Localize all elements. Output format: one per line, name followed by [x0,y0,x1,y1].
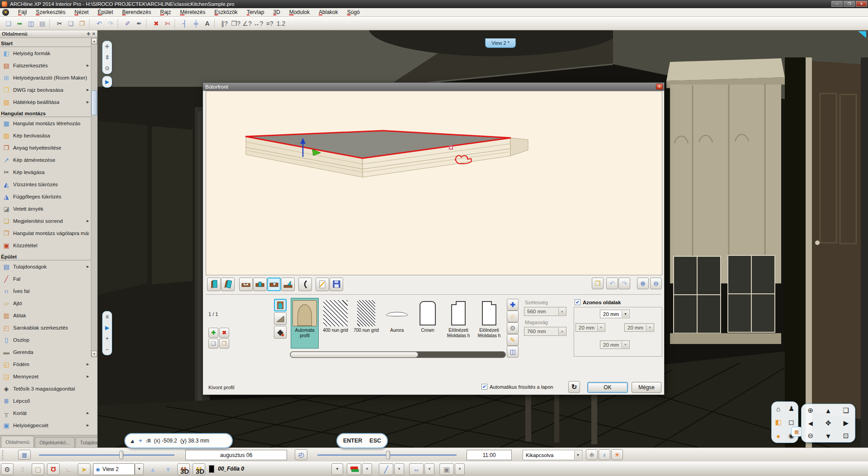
redo-icon[interactable]: ↷ [105,18,116,29]
new-document-icon[interactable]: ❑ [3,18,14,29]
menu-icon[interactable]: ≡ [103,311,112,322]
refresh-button[interactable]: ↻ [568,381,580,393]
edit-pencil-button[interactable]: ✎ [507,334,519,346]
edge-top-combo[interactable]: 20 mm▼ [600,310,630,318]
profile-tile[interactable]: Aurora [383,298,411,349]
drawing-frame-icon[interactable]: ▢ [32,463,44,475]
sidebar-scrollbar[interactable]: ▲ ▼ [91,38,97,357]
nav-zoom-out-icon[interactable]: ⊖ [802,429,819,442]
save-favorite-button[interactable]: ◫ [507,346,519,358]
magnifier-icon[interactable]: ⊙ [103,63,112,74]
nav-zoom-window-icon[interactable]: ⊡ [837,429,855,442]
view-down-icon[interactable]: ▼ [162,463,175,475]
sidebar-tab[interactable]: Objektumkö... [35,437,75,448]
trim-icon[interactable]: ✄ [162,18,173,29]
menu-tervlap[interactable]: Tervlap [242,8,269,16]
ok-button[interactable]: OK [587,382,628,393]
menu-ablakok[interactable]: Ablakok [314,8,343,16]
sidebar-item-kep-levagasa[interactable]: ✂ Kép levágása [0,166,91,178]
archline-logo-icon[interactable]: ✕ [2,9,9,16]
grid-points-icon[interactable]: ⣿ [16,463,29,475]
sidebar-item-lepcso[interactable]: ≣ Lépcső [0,395,91,407]
line-style-icon[interactable]: ╱ [379,463,393,475]
category-door-button[interactable] [274,299,287,311]
nav-pan-right-icon[interactable]: ▶ [837,417,855,429]
scrollbar-thumb[interactable] [91,90,97,115]
sidebar-item-tulajdonsagok[interactable]: ▤ Tulajdonságok ▶ [0,260,91,273]
sidebar-item-anyag-helyettesitese[interactable]: ❐ Anyag helyettesítése [0,141,91,154]
zoom-minus-icon[interactable]: − [103,344,112,355]
sidebar-item-oszlop[interactable]: ▯ Oszlop [0,334,91,346]
measure-sum-icon[interactable]: ≡? [264,18,275,29]
measure-length-icon[interactable]: ∥? [219,18,230,29]
build-3d-icon[interactable]: ⚒3D [177,463,190,475]
sidebar-item-mennyezet[interactable]: ◲ Mennyezet ▶ [0,370,91,382]
sidebar-item-falszerkesztes[interactable]: ▤ Falszerkesztés ▶ [0,59,91,71]
format-brush-icon[interactable]: ✐ [122,18,133,29]
sidebar-item-sarokablak[interactable]: ◰ Sarokablak szerkesztés [0,321,91,334]
play-icon[interactable]: ▶ [103,322,112,333]
sidebar-item-fodem[interactable]: ◱ Födém ▶ [0,358,91,370]
house-view-icon[interactable]: ⌂ [772,402,785,415]
sidebar-item-ablak[interactable]: ▥ Ablak [0,309,91,321]
menu-nezet[interactable]: Nézet [70,8,93,16]
sidebar-item-vizszintes-tukrozes[interactable]: ◭ Vízszintes tükrözés [0,178,91,190]
height-combo[interactable]: 760 mm▼ [524,327,566,336]
save-profile-button[interactable] [330,278,343,291]
shadow-toggle-icon[interactable]: ❉ [586,449,598,460]
settings-gear-icon[interactable]: ⚙ [1,463,14,475]
panel-side-button[interactable] [221,278,235,291]
rebuild-3d-icon[interactable]: ⚒3D [193,463,205,475]
edge-right-combo[interactable]: 20 mm▼ [624,323,654,332]
toolbar-grip[interactable] [2,450,3,460]
maximize-button[interactable]: ❒ [844,1,855,7]
calendar-icon[interactable]: ▦ [18,450,31,460]
scroll-down-icon[interactable]: ▼ [91,351,97,357]
paste-profile-button[interactable]: ❐ [219,339,229,349]
snap-crosshair-icon[interactable]: ⌖ [139,437,142,444]
date-slider[interactable] [39,454,175,456]
profile-groove-v-button[interactable] [267,278,281,291]
undo-icon[interactable]: ↶ [94,18,105,29]
pin-icon[interactable]: ✜ [87,32,90,36]
profile-tile[interactable]: 400 nun grid [321,298,349,349]
esc-button[interactable]: ESC [369,438,381,444]
eraser-dropdown-icon[interactable]: ▼ [362,463,372,475]
wall-clean-icon[interactable]: ╪ [190,18,202,29]
fill-style-dropdown-icon[interactable]: ▼ [455,463,465,475]
clock-icon[interactable]: ◴ [295,449,307,460]
profile-groove-u-button[interactable] [239,278,253,291]
dialog-close-icon[interactable]: ✕ [656,84,663,90]
minimize-button[interactable]: ─ [831,1,843,7]
menu-fajl[interactable]: Fájl [14,8,31,16]
zoom-plus-icon[interactable]: + [103,333,112,344]
profile-raised-button[interactable] [281,278,295,291]
shaded-cube-icon[interactable]: ◧ [772,415,785,429]
profile-tile[interactable]: Elölnézeti féloldalas h [475,298,503,349]
nav-pan-up-icon[interactable]: ▲ [819,404,837,417]
sidebar-tab[interactable]: Oldalmenü [1,436,34,448]
property-picker-icon[interactable]: ✒ [133,18,145,29]
nav-pan-left-icon[interactable]: ◀ [802,417,819,429]
delete-profile-button[interactable]: ✖ [219,328,229,338]
move-text-icon[interactable]: A [202,18,213,29]
axis-icon[interactable]: ∟ [62,463,75,475]
nav-pan-down-icon[interactable]: ▼ [819,429,837,442]
sidebar-item-vetett-arnyek[interactable]: ◪ Vetett árnyék [0,203,91,215]
sidebar-item-dwg-beolvasas[interactable]: ❒ DWG rajz beolvasása ▶ [0,84,91,96]
time-slider[interactable] [317,454,457,456]
enter-button[interactable]: ENTER [343,438,362,444]
measure-angle-icon[interactable]: ∠? [241,18,253,29]
sidebar-item-montazs-masolasa[interactable]: ❐ Hangulat montázs vágólapra másolása [0,227,91,239]
furniture-front-preview[interactable] [206,91,662,275]
active-view-combo[interactable]: ◉ View 2 [93,463,135,475]
sidebar-item-kep-beolvasasa[interactable]: ▨ Kép beolvasása [0,129,91,141]
nav-orbit-icon[interactable]: ✥ [819,417,837,429]
handle-button[interactable] [298,278,312,291]
menu-berendezes[interactable]: Berendezés [118,8,156,16]
measure-distance-icon[interactable]: ↔? [253,18,264,29]
date-field[interactable]: augusztus 06 [185,450,287,460]
draw-profile-button[interactable] [316,278,329,291]
shadow-mode-combo[interactable]: Kikapcsolva▼ [523,450,582,460]
sidebar-item-kozzetetel[interactable]: ▣ Közzététel [0,239,91,251]
